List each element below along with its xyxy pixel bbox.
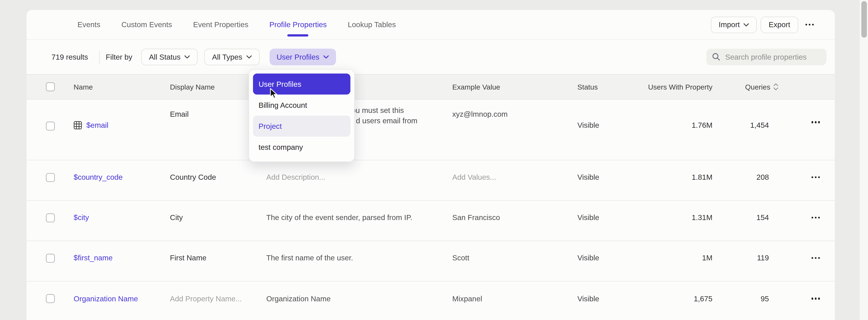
status-cell[interactable]: Visible [578,281,636,320]
column-header-users-with-property: Users With Property [636,75,713,99]
tab-profile-properties[interactable]: Profile Properties [269,21,327,29]
search-icon [712,52,721,62]
status-cell[interactable]: Visible [578,201,636,241]
dropdown-item-test-company[interactable]: test company [253,137,350,158]
status-cell[interactable]: Visible [578,100,636,160]
content-card: Events Custom Events Event Properties Pr… [27,10,835,320]
description-cell[interactable]: The city of the event sender, parsed fro… [266,201,452,241]
queries-cell: 95 [713,281,769,320]
export-button-label: Export [769,21,790,29]
select-all-checkbox[interactable] [46,82,55,91]
row-checkbox[interactable] [46,294,55,303]
property-name-link[interactable]: $first_name [74,254,113,262]
status-filter-button[interactable]: All Status [141,48,198,65]
row-more-options-button[interactable] [769,176,835,178]
column-header-queries[interactable]: Queries [713,75,769,99]
display-name-cell[interactable]: Country Code [170,161,266,200]
tab-event-properties[interactable]: Event Properties [193,21,248,29]
more-options-button[interactable] [802,24,817,26]
import-button[interactable]: Import [711,16,757,33]
type-filter-label: All Types [212,53,242,61]
row-checkbox[interactable] [46,254,55,262]
dropdown-item-billing-account[interactable]: Billing Account [253,95,350,116]
queries-cell: 1,454 [713,100,769,160]
status-cell[interactable]: Visible [578,241,636,281]
row-more-options-button[interactable] [769,257,835,259]
tab-custom-events[interactable]: Custom Events [121,21,172,29]
row-checkbox[interactable] [46,213,55,222]
chevron-down-icon [323,56,329,59]
example-value-cell[interactable]: Scott [452,241,578,281]
example-value-cell[interactable]: San Francisco [452,201,578,241]
description-fragment: d users email from [356,117,417,125]
dropdown-item-user-profiles[interactable]: User Profiles [253,74,350,95]
tab-lookup-tables[interactable]: Lookup Tables [348,21,396,29]
filter-by-label: Filter by [106,53,132,61]
table-row: Organization Name Add Property Name... O… [27,281,835,320]
description-cell[interactable]: Organization Name [266,281,452,320]
search-box [706,48,826,65]
example-value-cell[interactable]: Add Values... [452,161,578,200]
mouse-cursor-icon [270,88,278,100]
profile-type-filter-label: User Profiles [277,53,319,61]
display-name-cell[interactable]: Add Property Name... [170,281,266,320]
table-row: $email Email ou must set this d users em… [27,100,835,161]
export-button[interactable]: Export [761,16,798,33]
table-row: $country_code Country Code Add Descripti… [27,161,835,201]
column-header-status: Status [578,75,636,99]
profile-type-dropdown-menu: User Profiles Billing Account Project te… [249,69,355,162]
divider [99,50,100,63]
toolbar: Import Export [711,10,817,39]
users-with-property-cell: 1.76M [636,100,713,160]
display-name-cell[interactable]: First Name [170,241,266,281]
table-header-row: Name Display Name Example Value Status U… [27,74,835,100]
chevron-down-icon [246,56,252,59]
property-name-link[interactable]: $country_code [74,173,123,181]
filter-bar: 719 results Filter by All Status All Typ… [27,40,835,74]
property-name-label: $email [87,121,108,130]
property-name-link[interactable]: $city [74,213,89,222]
row-more-options-button[interactable] [769,121,835,123]
tab-events[interactable]: Events [78,21,100,29]
description-fragment: ou must set this [351,106,404,114]
property-name-link[interactable]: Organization Name [74,294,138,303]
status-cell[interactable]: Visible [578,161,636,200]
row-more-options-button[interactable] [769,217,835,219]
import-button-label: Import [719,21,740,29]
table-grid-icon [74,121,82,130]
display-name-cell[interactable]: City [170,201,266,241]
queries-header-label: Queries [745,83,771,91]
tab-bar: Events Custom Events Event Properties Pr… [27,10,835,40]
profile-properties-page: Events Custom Events Event Properties Pr… [0,0,868,320]
row-more-options-button[interactable] [769,298,835,299]
results-count: 719 results [52,53,88,61]
chevron-down-icon [744,23,749,26]
table-row: $city City The city of the event sender,… [27,201,835,241]
description-cell[interactable]: Add Description... [266,161,452,200]
scrollbar-thumb[interactable] [861,1,867,38]
dropdown-item-project[interactable]: Project [253,116,350,137]
column-header-example-value: Example Value [452,75,578,99]
row-checkbox[interactable] [46,173,55,182]
example-value-cell[interactable]: xyz@lmnop.com [452,100,578,160]
chevron-down-icon [184,56,190,59]
users-with-property-cell: 1,675 [636,281,713,320]
property-name-link[interactable]: $email [74,121,108,130]
example-value-cell[interactable]: Mixpanel [452,281,578,320]
profile-type-filter-button[interactable]: User Profiles [269,48,336,65]
table-row: $first_name First Name The first name of… [27,241,835,281]
column-header-name: Name [74,75,170,99]
row-checkbox[interactable] [46,121,55,131]
users-with-property-cell: 1.31M [636,201,713,241]
queries-cell: 119 [713,241,769,281]
queries-cell: 154 [713,201,769,241]
description-cell[interactable]: The first name of the user. [266,241,452,281]
users-with-property-cell: 1.81M [636,161,713,200]
status-filter-label: All Status [149,53,181,61]
scrollbar-track [860,0,868,320]
users-with-property-cell: 1M [636,241,713,281]
type-filter-button[interactable]: All Types [204,48,259,65]
search-input[interactable] [725,53,821,61]
queries-cell: 208 [713,161,769,200]
